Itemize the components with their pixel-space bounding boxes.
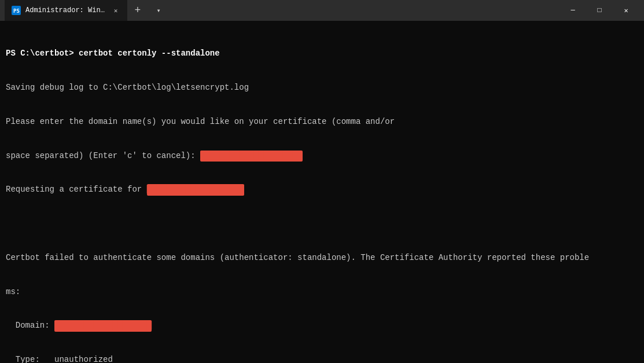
line8-redacted: ████████████████████ bbox=[54, 320, 152, 332]
terminal-line-3: Please enter the domain name(s) you woul… bbox=[6, 116, 638, 128]
terminal-content[interactable]: PS C:\certbot> certbot certonly --standa… bbox=[0, 21, 644, 363]
line5-redacted: ████████████████████ bbox=[147, 184, 244, 196]
tab-dropdown-button[interactable]: ▾ bbox=[148, 0, 169, 21]
terminal-line-7: Certbot failed to authenticate some doma… bbox=[6, 252, 638, 264]
titlebar-left: PS Administrador: Windows Pow ✕ + ▾ bbox=[5, 0, 560, 21]
active-tab[interactable]: PS Administrador: Windows Pow ✕ bbox=[5, 0, 127, 21]
window-controls: ─ □ ✕ bbox=[560, 0, 639, 21]
minimize-button[interactable]: ─ bbox=[560, 0, 586, 21]
new-tab-button[interactable]: + bbox=[127, 0, 148, 21]
line8-text: Domain: bbox=[6, 321, 54, 330]
maximize-button[interactable]: □ bbox=[586, 0, 613, 21]
svg-text:PS: PS bbox=[13, 8, 20, 14]
close-button[interactable]: ✕ bbox=[613, 0, 639, 21]
prompt-1: PS C:\certbot> bbox=[6, 49, 74, 58]
tab-icon: PS bbox=[12, 6, 21, 15]
titlebar: PS Administrador: Windows Pow ✕ + ▾ ─ □ … bbox=[0, 0, 644, 21]
tab-label: Administrador: Windows Pow bbox=[25, 6, 106, 14]
terminal-line-8: Domain: ████████████████████ bbox=[6, 320, 638, 332]
line5-text: Requesting a certificate for bbox=[6, 185, 147, 194]
terminal-line-2: Saving debug log to C:\Certbot\log\letse… bbox=[6, 82, 638, 94]
terminal-line-blank-1 bbox=[6, 218, 638, 230]
command-1: certbot certonly --standalone bbox=[74, 49, 220, 58]
terminal-line-9: Type: unauthorized bbox=[6, 354, 638, 363]
terminal-line-5: Requesting a certificate for ███████████… bbox=[6, 184, 638, 196]
terminal-line-4: space separated) (Enter 'c' to cancel): … bbox=[6, 151, 638, 162]
terminal-line-7cont: ms: bbox=[6, 287, 638, 298]
line4-redacted: █████████████████████ bbox=[200, 151, 302, 162]
terminal-line-1: PS C:\certbot> certbot certonly --standa… bbox=[6, 48, 638, 60]
tab-close-button[interactable]: ✕ bbox=[111, 6, 120, 15]
line4-text: space separated) (Enter 'c' to cancel): bbox=[6, 151, 200, 160]
